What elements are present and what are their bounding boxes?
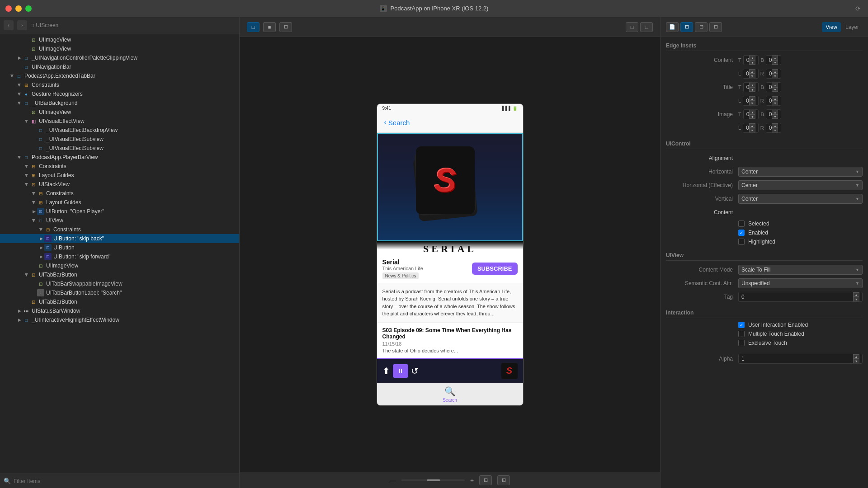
stepper-up[interactable]: ▲ (772, 110, 778, 114)
tree-item[interactable]: ▶ □ UIView (0, 216, 239, 225)
tree-item[interactable]: ▶ ⊡ UITabBarButton (0, 297, 239, 306)
content-l-stepper[interactable]: ▲ ▼ (749, 69, 755, 78)
stepper-down[interactable]: ▼ (749, 101, 755, 105)
inspector-adjust-tab[interactable]: ⊟ (695, 22, 708, 32)
tree-item[interactable]: ▶ ⊡ UIButton (0, 243, 239, 252)
alpha-stepper[interactable]: ▲ ▼ (853, 354, 859, 363)
enabled-checkbox[interactable] (738, 230, 745, 236)
image-r-stepper[interactable]: ▲ ▼ (772, 123, 778, 132)
vertical-dropdown[interactable]: Center ▼ (738, 194, 863, 204)
tree-item[interactable]: ▶ ⊟ Constraints (0, 189, 239, 198)
horizontal-effective-dropdown[interactable]: Center ▼ (738, 180, 863, 190)
inspector-layer-tab[interactable]: Layer (842, 22, 863, 32)
tree-item[interactable]: ▶ ⊡ UITabBarSwappableImageView (0, 279, 239, 288)
tree-item[interactable]: ▶ ⊞ Layout Guides (0, 171, 239, 180)
tree-item[interactable]: ▶ ● Gesture Recognizers (0, 89, 239, 99)
title-r-input[interactable]: 0 ▲ ▼ (766, 96, 782, 106)
title-t-input[interactable]: 0 ▲ ▼ (743, 82, 759, 92)
stepper-up[interactable]: ▲ (749, 96, 755, 101)
stepper-up[interactable]: ▲ (772, 123, 778, 128)
content-b-stepper[interactable]: ▲ ▼ (772, 56, 778, 65)
tree-item[interactable]: ▶ L UITabBarButtonLabel: "Search" (0, 288, 239, 297)
stepper-up[interactable]: ▲ (772, 83, 778, 87)
tree-view[interactable]: ▶ ⊡ UIImageView ▶ ⊡ UIImageView ▶ □ _UIN… (0, 33, 239, 474)
stepper-up[interactable]: ▲ (749, 123, 755, 128)
image-b-stepper[interactable]: ▲ ▼ (772, 110, 778, 119)
user-interaction-checkbox[interactable] (738, 322, 745, 328)
shape-button-1[interactable]: □ (247, 22, 259, 32)
view-toggle-1[interactable]: □ (626, 22, 638, 32)
stepper-down[interactable]: ▼ (749, 87, 755, 92)
image-t-input[interactable]: 0 ▲ ▼ (743, 109, 759, 119)
stepper-down[interactable]: ▼ (853, 359, 859, 363)
tree-item[interactable]: ▶ ⊡ UIStackView (0, 180, 239, 189)
content-r-stepper[interactable]: ▲ ▼ (772, 69, 778, 78)
stepper-up[interactable]: ▲ (772, 96, 778, 101)
zoom-in-button[interactable]: + (470, 477, 474, 484)
tree-item[interactable]: ▶ ⊟ Constraints (0, 225, 239, 234)
tree-item[interactable]: ▶ ⊡ UIImageView (0, 44, 239, 53)
tree-item[interactable]: ▶ □ PodcastApp.PlayerBarView (0, 153, 239, 162)
tree-item[interactable]: ▶ ⊡ UIImageView (0, 261, 239, 270)
tree-item[interactable]: ▶ □ _UIVisualEffectSubview (0, 135, 239, 144)
semantic-dropdown[interactable]: Unspecified ▼ (738, 278, 863, 288)
tree-item[interactable]: ▶ □ UINavigationBar (0, 62, 239, 71)
tree-item[interactable]: ▶ ◧ UIVisualEffectView (0, 117, 239, 126)
stepper-up[interactable]: ▲ (749, 83, 755, 87)
stepper-down[interactable]: ▼ (772, 87, 778, 92)
tree-item[interactable]: ▶ ⊡ UIButton: "skip forward" (0, 252, 239, 261)
close-button[interactable] (5, 5, 12, 12)
tree-item[interactable]: ▶ ⊞ Layout Guides (0, 198, 239, 207)
tree-item-selected[interactable]: ▶ ⊡ UIButton: "skip back" (0, 234, 239, 243)
stepper-up[interactable]: ▲ (749, 69, 755, 74)
frame-button[interactable]: ⊞ (497, 475, 510, 485)
stepper-down[interactable]: ▼ (749, 74, 755, 78)
stepper-up[interactable]: ▲ (772, 69, 778, 74)
view-toggle-2[interactable]: □ (640, 22, 653, 32)
zoom-out-button[interactable]: — (390, 477, 396, 484)
title-t-stepper[interactable]: ▲ ▼ (749, 83, 755, 92)
tree-item[interactable]: ▶ □ _UIInteractiveHighlightEffectWindow (0, 315, 239, 324)
shape-button-3[interactable]: ⊡ (279, 22, 292, 32)
selected-checkbox[interactable] (738, 221, 745, 227)
tree-item[interactable]: ▶ □ _UIVisualEffectSubview (0, 144, 239, 153)
image-l-stepper[interactable]: ▲ ▼ (749, 123, 755, 132)
fit-button[interactable]: ⊡ (479, 475, 492, 485)
filter-input[interactable] (14, 478, 236, 484)
back-button[interactable]: ‹ Search (384, 118, 410, 127)
zoom-slider[interactable] (401, 479, 465, 481)
exclusive-touch-checkbox[interactable] (738, 340, 745, 346)
inspector-view-tab[interactable]: View (822, 22, 841, 32)
inspector-link-tab[interactable]: ⊡ (709, 22, 722, 32)
highlighted-checkbox[interactable] (738, 239, 745, 245)
alpha-input[interactable]: 1 ▲ ▼ (738, 354, 863, 364)
stepper-up[interactable]: ▲ (749, 110, 755, 114)
stepper-down[interactable]: ▼ (853, 297, 859, 301)
stepper-down[interactable]: ▼ (772, 60, 778, 65)
play-pause-button[interactable]: ⏸ (393, 364, 408, 378)
tree-item[interactable]: ▶ ⊡ UIImageView (0, 108, 239, 117)
stepper-down[interactable]: ▼ (749, 114, 755, 119)
content-b-input[interactable]: 0 ▲ ▼ (766, 55, 782, 65)
title-r-stepper[interactable]: ▲ ▼ (772, 96, 778, 105)
stepper-down[interactable]: ▼ (749, 128, 755, 132)
image-r-input[interactable]: 0 ▲ ▼ (766, 123, 782, 133)
content-t-stepper[interactable]: ▲ ▼ (749, 56, 755, 65)
skip-back-button[interactable]: ⬆ (382, 366, 390, 376)
forward-button[interactable]: › (17, 20, 27, 30)
inspector-file-tab[interactable]: 📄 (666, 22, 679, 32)
tree-item[interactable]: ▶ □ _UIVisualEffectBackdropView (0, 126, 239, 135)
tree-item[interactable]: ▶ □ PodcastApp.ExtendedTabBar (0, 71, 239, 80)
stepper-down[interactable]: ▼ (772, 114, 778, 119)
reload-button[interactable]: ⟳ (854, 4, 863, 13)
minimize-button[interactable] (15, 5, 22, 12)
stepper-down[interactable]: ▼ (772, 128, 778, 132)
tree-item[interactable]: ▶ ⊡ UIButton: "Open Player" (0, 207, 239, 216)
inspector-grid-tab[interactable]: ⊞ (680, 22, 693, 32)
tag-stepper[interactable]: ▲ ▼ (853, 292, 859, 301)
stepper-down[interactable]: ▼ (772, 101, 778, 105)
stepper-up[interactable]: ▲ (853, 292, 859, 297)
shape-button-2[interactable]: ■ (263, 22, 276, 32)
content-mode-dropdown[interactable]: Scale To Fill ▼ (738, 265, 863, 275)
back-button[interactable]: ‹ (4, 20, 14, 30)
